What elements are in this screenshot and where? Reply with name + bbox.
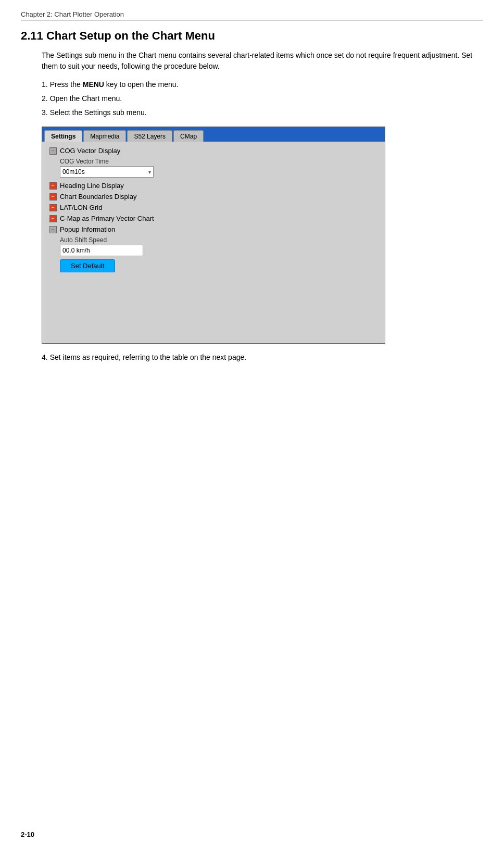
step-2: 2.Open the Chart menu.: [42, 93, 483, 104]
tab-s52layers[interactable]: S52 Layers: [127, 130, 172, 142]
cog-vector-time-label: COG Vector Time: [60, 158, 377, 165]
auto-shift-input[interactable]: [60, 245, 143, 256]
intro-text: The Settings sub menu in the Chart menu …: [42, 50, 483, 72]
set-default-button[interactable]: Set Default: [60, 259, 115, 272]
page-number: 2-10: [21, 831, 34, 838]
cog-vector-label: COG Vector Display: [60, 147, 120, 155]
set-default-btn-wrap: Set Default: [60, 259, 377, 272]
heading-line-label: Heading Line Display: [60, 182, 124, 190]
lat-lon-item: − LAT/LON Grid: [49, 204, 377, 211]
lat-lon-icon: −: [49, 204, 57, 211]
step-list: 1.Press the MENU key to open the menu. 2…: [42, 79, 483, 118]
popup-label: Popup Information: [60, 225, 115, 233]
tab-bar: Settings Mapmedia S52 Layers CMap: [42, 127, 385, 142]
cog-vector-icon: −: [49, 147, 57, 155]
dropdown-arrow: ▾: [148, 169, 151, 175]
cog-vector-time-dropdown[interactable]: 00m10s ▾: [60, 166, 377, 178]
cmap-label: C-Map as Primary Vector Chart: [60, 215, 154, 222]
chart-boundaries-label: Chart Boundaries Display: [60, 193, 136, 200]
cog-vector-time-value: 00m10s: [62, 168, 85, 175]
auto-shift-label: Auto Shift Speed: [60, 236, 377, 244]
section-title: 2.11 Chart Setup on the Chart Menu: [21, 29, 483, 43]
heading-line-icon: −: [49, 182, 57, 190]
empty-space: [49, 272, 377, 335]
cog-vector-display-item: − COG Vector Display: [49, 147, 377, 155]
chart-boundaries-icon: −: [49, 193, 57, 200]
step-4: 4.Set items as required, referring to th…: [42, 352, 483, 363]
lat-lon-label: LAT/LON Grid: [60, 204, 102, 211]
tab-cmap[interactable]: CMap: [173, 130, 204, 142]
tab-settings[interactable]: Settings: [44, 130, 82, 142]
cmap-item: − C-Map as Primary Vector Chart: [49, 215, 377, 222]
screenshot: Settings Mapmedia S52 Layers CMap − COG …: [42, 127, 385, 344]
chart-boundaries-item: − Chart Boundaries Display: [49, 193, 377, 200]
cmap-icon: −: [49, 215, 57, 222]
step-1: 1.Press the MENU key to open the menu.: [42, 79, 483, 90]
chapter-header: Chapter 2: Chart Plotter Operation: [21, 10, 483, 21]
auto-shift-input-wrap[interactable]: [60, 245, 377, 256]
popup-info-item: − Popup Information: [49, 225, 377, 233]
heading-line-item: − Heading Line Display: [49, 182, 377, 190]
settings-content: − COG Vector Display COG Vector Time 00m…: [42, 142, 385, 343]
tab-mapmedia[interactable]: Mapmedia: [83, 130, 126, 142]
popup-icon: −: [49, 226, 57, 233]
step-3: 3.Select the Settings sub menu.: [42, 107, 483, 118]
